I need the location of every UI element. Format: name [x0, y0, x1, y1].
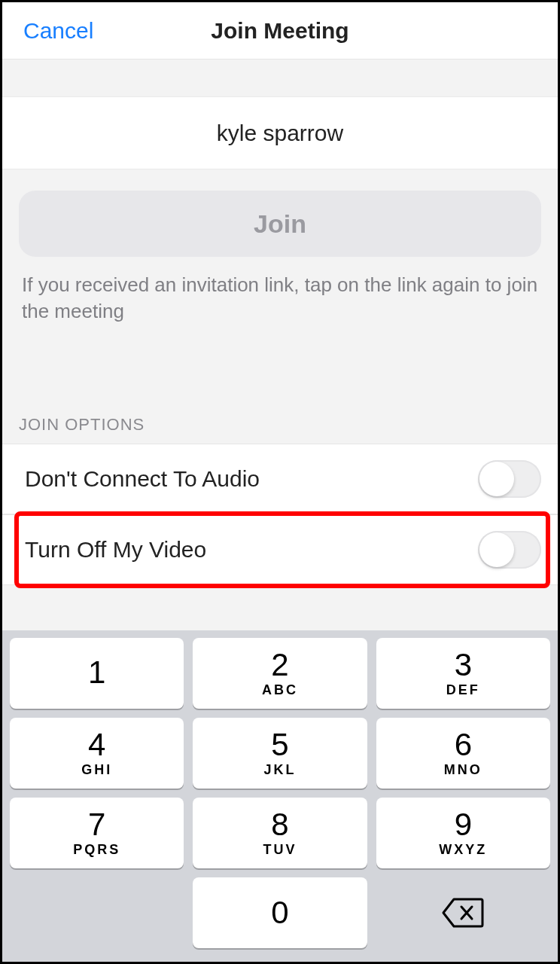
join-options-label: JOIN OPTIONS [2, 325, 558, 444]
key-digit: 6 [455, 729, 472, 761]
key-digit: 3 [455, 649, 472, 681]
spacer [2, 585, 558, 630]
option-label: Turn Off My Video [25, 537, 206, 563]
key-letters: MNO [444, 762, 482, 778]
option-label: Don't Connect To Audio [25, 466, 260, 492]
key-letters: JKL [263, 762, 296, 778]
key-5[interactable]: 5 JKL [193, 718, 367, 789]
key-letters: ABC [262, 682, 298, 698]
key-8[interactable]: 8 TUV [193, 798, 367, 868]
join-button[interactable]: Join [19, 191, 541, 257]
hint-text: If you received an invitation link, tap … [19, 257, 541, 325]
key-digit: 9 [455, 809, 472, 840]
key-digit: 2 [271, 649, 288, 681]
key-digit: 7 [88, 809, 105, 840]
toggle-video[interactable] [478, 531, 541, 569]
key-digit: 8 [271, 809, 288, 840]
key-6[interactable]: 6 MNO [376, 718, 550, 789]
key-letters: PQRS [73, 842, 120, 858]
key-backspace[interactable] [376, 877, 550, 948]
key-digit: 0 [271, 897, 288, 929]
header-bar: Cancel Join Meeting [2, 2, 558, 59]
cancel-button[interactable]: Cancel [2, 18, 93, 44]
option-turn-off-video: Turn Off My Video [2, 514, 558, 585]
key-3[interactable]: 3 DEF [376, 638, 550, 709]
key-2[interactable]: 2 ABC [193, 638, 367, 709]
key-4[interactable]: 4 GHI [10, 718, 184, 789]
key-digit: 5 [271, 729, 288, 761]
key-letters: WXYZ [439, 842, 487, 858]
key-letters: GHI [81, 762, 112, 778]
key-digit: 1 [88, 657, 105, 688]
key-0[interactable]: 0 [193, 877, 367, 948]
key-7[interactable]: 7 PQRS [10, 798, 184, 868]
backspace-icon [442, 898, 484, 928]
toggle-audio[interactable] [478, 460, 541, 498]
option-dont-connect-audio: Don't Connect To Audio [2, 444, 558, 514]
display-name-field[interactable]: kyle sparrow [2, 97, 558, 169]
highlighted-option: Turn Off My Video [2, 514, 558, 585]
key-letters: DEF [446, 682, 480, 698]
key-9[interactable]: 9 WXYZ [376, 798, 550, 868]
key-digit: 4 [88, 729, 105, 761]
spacer [2, 59, 558, 97]
key-blank [10, 877, 184, 948]
key-letters: TUV [263, 842, 297, 858]
key-1[interactable]: 1 [10, 638, 184, 709]
numeric-keypad: 1 2 ABC 3 DEF 4 GHI 5 JKL 6 MNO 7 PQRS 8… [2, 630, 558, 962]
join-area: Join If you received an invitation link,… [2, 169, 558, 325]
